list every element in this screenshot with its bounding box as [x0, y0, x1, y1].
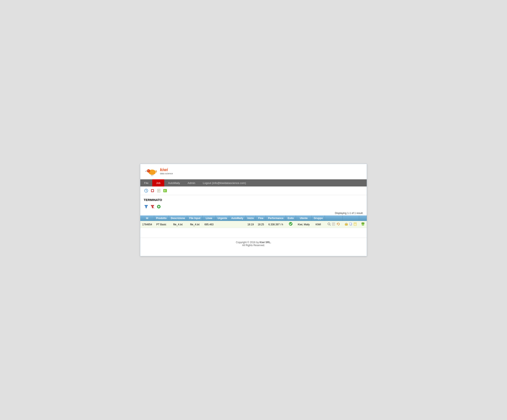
add-icon[interactable] [156, 204, 161, 209]
cell-inizio: 18:19 [245, 221, 256, 228]
action-package-icon[interactable] [345, 222, 348, 226]
table-container: Id Prodotto Descrizione File Input Linee… [140, 216, 367, 231]
cell-actions-group1 [325, 221, 342, 228]
col-automaily: AutoMaily [229, 216, 245, 221]
svg-point-1 [147, 169, 150, 173]
col-utente: Utente [296, 216, 312, 221]
table-header-row: Id Prodotto Descrizione File Input Linee… [140, 216, 367, 221]
col-urgente: Urgente [216, 216, 229, 221]
col-file-input: File Input [187, 216, 203, 221]
action-clipboard-icon[interactable] [349, 222, 352, 226]
toolbar-settings-icon[interactable]: ⚙ [162, 188, 168, 193]
nav-job[interactable]: Job [152, 179, 164, 187]
svg-point-6 [148, 170, 148, 171]
svg-line-3 [151, 175, 152, 176]
svg-line-2 [145, 171, 147, 171]
filter-icon[interactable] [144, 204, 149, 209]
display-info: Displaying 1-1 of 1 result. [140, 211, 367, 216]
section-title: TERMINATO [140, 195, 367, 203]
cell-id: 1764854 [140, 221, 154, 228]
footer: Copyright © 2016 by Kiwi SRL. All Rights… [140, 238, 367, 250]
data-table: Id Prodotto Descrizione File Input Linee… [140, 216, 367, 228]
nav-admin[interactable]: Admin [184, 179, 199, 187]
svg-rect-39 [361, 223, 364, 224]
col-esito: Esito [286, 216, 296, 221]
col-performance: Performance [266, 216, 286, 221]
cell-automaily [229, 221, 245, 228]
action-doc-icon[interactable] [332, 222, 335, 226]
cell-urgente [216, 221, 229, 228]
cell-linee: 695.463 [203, 221, 216, 228]
nav-logout[interactable]: Logout (info@kiwidatascience.com) [199, 179, 250, 187]
col-actions3 [359, 216, 367, 221]
svg-rect-10 [152, 190, 153, 191]
action-delete-icon[interactable] [361, 222, 365, 226]
cell-actions-group2 [342, 221, 359, 228]
svg-text:⚙: ⚙ [164, 190, 166, 192]
col-gruppo: Gruppo [312, 216, 325, 221]
toolbar-refresh-icon[interactable] [144, 188, 149, 193]
toolbar-export-icon[interactable] [156, 188, 161, 193]
toolbar-stop-icon[interactable] [150, 188, 155, 193]
action-undo-icon[interactable] [337, 222, 340, 226]
col-actions2 [342, 216, 359, 221]
footer-line2: All Rights Reserved. [143, 244, 364, 247]
col-linee: Linee [203, 216, 216, 221]
cell-file-input: file_4.txt [187, 221, 203, 228]
svg-line-4 [153, 175, 153, 176]
action-note-icon[interactable] [353, 222, 357, 226]
svg-marker-17 [145, 205, 148, 208]
svg-point-24 [328, 223, 330, 225]
cell-esito [286, 221, 296, 228]
filter-toolbar [140, 203, 367, 211]
svg-rect-31 [346, 223, 347, 224]
logo-subtitle: data science [160, 172, 173, 175]
col-actions1 [325, 216, 342, 221]
app-container: kiwi kiwi data science File Job AutoMail… [140, 164, 367, 256]
footer-line1: Copyright © 2016 by Kiwi SRL. [143, 241, 364, 244]
col-fine: Fine [256, 216, 266, 221]
status-ok-icon [289, 222, 293, 227]
header: kiwi kiwi data science [140, 164, 367, 179]
svg-line-19 [153, 207, 154, 208]
col-prodotto: Prodotto [154, 216, 169, 221]
cell-descrizione: file_4.txt [169, 221, 187, 228]
nav-file[interactable]: File [140, 179, 152, 187]
logo: kiwi kiwi data science [144, 167, 173, 178]
cell-gruppo: KIWI [312, 221, 325, 228]
col-inizio: Inizio [245, 216, 256, 221]
cell-fine: 18:25 [256, 221, 266, 228]
navbar: File Job AutoMaily Admin Logout (info@ki… [140, 179, 367, 187]
toolbar: ⚙ [140, 187, 367, 195]
clear-filter-icon[interactable] [150, 204, 155, 209]
cell-prodotto: PT Basic [154, 221, 169, 228]
svg-rect-34 [350, 223, 351, 225]
table-row: 1764854 PT Basic file_4.txt file_4.txt 6… [140, 221, 367, 228]
cell-actions-group3 [359, 221, 367, 228]
action-search-icon[interactable] [327, 222, 331, 226]
logo-kiwi-text: kiwi [160, 167, 173, 172]
svg-line-25 [330, 225, 331, 225]
nav-automaily[interactable]: AutoMaily [164, 179, 184, 187]
col-descrizione: Descrizione [169, 216, 187, 221]
col-id: Id [140, 216, 154, 221]
cell-performance: 6.338.397 / h [266, 221, 286, 228]
cell-utente: Kiwi, Maily [296, 221, 312, 228]
